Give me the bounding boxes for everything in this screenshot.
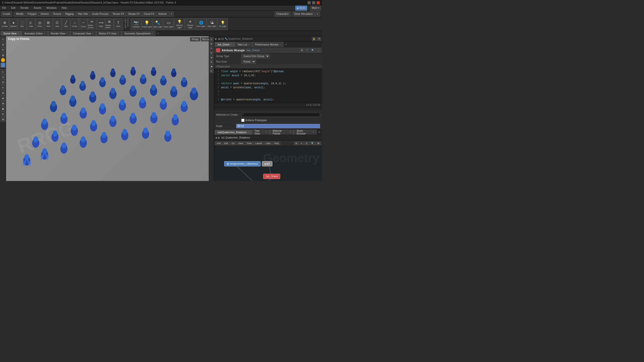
sidebar-transform[interactable]: ⊕ bbox=[1, 42, 6, 47]
light-sky[interactable]: 🌤Sky Light bbox=[207, 18, 217, 30]
node-labs[interactable]: Labs bbox=[264, 142, 272, 145]
angle-input[interactable] bbox=[236, 124, 320, 128]
sidebar-btn7[interactable]: ⊕ bbox=[1, 101, 6, 106]
tool-sphere[interactable]: ● Sphere bbox=[9, 18, 18, 30]
node-fit[interactable]: ⊠ bbox=[316, 142, 321, 145]
texture-shelf[interactable]: Texture bbox=[51, 12, 63, 17]
node-view-toggle[interactable]: ⊞ bbox=[294, 142, 299, 145]
close-perf-monitor[interactable]: × bbox=[279, 43, 281, 46]
attrs-to-create-input[interactable] bbox=[241, 113, 320, 117]
vp-side-6[interactable]: ⊕ bbox=[210, 60, 214, 64]
node-view[interactable]: View bbox=[237, 142, 245, 145]
menu-help[interactable]: Help bbox=[61, 6, 68, 10]
characters-tab[interactable]: Characters bbox=[274, 12, 290, 17]
hairutils-shelf[interactable]: Hair Utils bbox=[76, 12, 90, 17]
add-shelf[interactable]: + bbox=[169, 12, 174, 17]
deform-shelf[interactable]: Deform bbox=[39, 12, 51, 17]
tool-path[interactable]: ⟿ Path bbox=[97, 18, 105, 30]
node-layout[interactable]: Layout bbox=[254, 142, 264, 145]
tab-asset-browser[interactable]: Asset Browser × bbox=[294, 130, 317, 135]
maximize-button[interactable]: □ bbox=[312, 1, 315, 5]
close-set-orient[interactable]: × bbox=[230, 43, 232, 46]
tool-line[interactable]: ╱ Line bbox=[62, 18, 70, 30]
light-distant[interactable]: ☀Distant Light bbox=[185, 18, 195, 30]
tab-set-orient[interactable]: Set_Orient × bbox=[215, 42, 234, 47]
tool-drawcurve[interactable]: ✏ Draw Curve bbox=[88, 18, 96, 30]
close-take-list[interactable]: × bbox=[248, 43, 250, 46]
build-button[interactable]: ▶ Build bbox=[295, 6, 307, 11]
sidebar-btn10[interactable]: ⊞ bbox=[1, 117, 6, 122]
node-help[interactable]: Help bbox=[272, 142, 280, 145]
tool-grid[interactable]: ⊞ Grid bbox=[44, 18, 53, 30]
close-anim-editor[interactable]: × bbox=[44, 32, 45, 35]
rigging-shelf[interactable]: Rigging bbox=[63, 12, 75, 17]
run-over-select[interactable]: Points bbox=[241, 60, 256, 64]
group-type-select[interactable]: Guess from Group bbox=[241, 54, 270, 58]
node-grid2[interactable]: grid2 bbox=[262, 161, 272, 166]
light-camera[interactable]: 📷Camera bbox=[131, 18, 141, 30]
light-area[interactable]: ▭Area Light bbox=[163, 18, 174, 30]
vp-side-2[interactable]: ⊞ bbox=[210, 42, 214, 46]
tool-box[interactable]: ⬛ Box bbox=[18, 18, 26, 30]
vp-side-3[interactable]: ≡ bbox=[210, 46, 214, 50]
tool-spray[interactable]: ⊛ Spray Paint bbox=[105, 18, 114, 30]
sidebar-btn4[interactable]: ≡ bbox=[1, 85, 6, 90]
light-env[interactable]: 🌐Env Light bbox=[196, 18, 206, 30]
tab-composite-view[interactable]: Composite View × bbox=[70, 31, 96, 36]
tab-render-view[interactable]: Render View × bbox=[48, 31, 70, 36]
terrainfx-shelf[interactable]: Terrain FX bbox=[111, 12, 126, 17]
tool-font[interactable]: T Font bbox=[114, 18, 123, 30]
menu-assets[interactable]: Assets bbox=[33, 6, 42, 10]
tab-animation-editor[interactable]: Animation Editor × bbox=[22, 31, 48, 36]
node-go[interactable]: Go bbox=[230, 142, 236, 145]
tab-scene-view[interactable]: Scene View × bbox=[1, 31, 22, 36]
node-setorient[interactable]: Set_Orient bbox=[263, 174, 280, 179]
minimize-button[interactable]: – bbox=[307, 1, 311, 5]
sidebar-active[interactable]: ⊙ bbox=[1, 58, 5, 62]
cloudfx-shelf[interactable]: Cloud FX bbox=[142, 12, 156, 17]
menu-render[interactable]: Render bbox=[19, 6, 30, 10]
node-tools[interactable]: Tools bbox=[245, 142, 253, 145]
close-button[interactable]: × bbox=[316, 1, 320, 5]
tab-geometry-spreadsheet[interactable]: Geometry Spreadsheet × bbox=[122, 31, 155, 36]
sidebar-btn9[interactable]: ⊏ bbox=[1, 111, 6, 116]
sidebar-scale[interactable]: ⊞ bbox=[1, 53, 6, 58]
add-tab-button[interactable]: + bbox=[155, 31, 160, 36]
close-scene-view[interactable]: × bbox=[18, 32, 19, 35]
tab-tree-view[interactable]: Tree View × bbox=[252, 130, 270, 135]
close-asset-browser[interactable]: × bbox=[313, 131, 314, 133]
tab-material-palette[interactable]: Material Palette × bbox=[270, 130, 294, 135]
node-nav-back[interactable]: ◀ bbox=[215, 136, 217, 139]
modify-shelf[interactable]: Modify bbox=[14, 12, 25, 17]
light-point[interactable]: 💡Point Light bbox=[142, 18, 152, 30]
sidebar-btn8[interactable]: ◆ bbox=[1, 106, 6, 111]
vp-side-8[interactable]: ⊏ bbox=[210, 69, 214, 73]
tab-take-list[interactable]: Take List × bbox=[234, 42, 252, 47]
light-gi[interactable]: 💡GI Light bbox=[217, 18, 228, 30]
add-rpanel-tab[interactable]: + bbox=[284, 42, 288, 47]
code-scrollbar[interactable] bbox=[214, 107, 322, 112]
simplefx-shelf[interactable]: Simple FX bbox=[126, 12, 141, 17]
drivesimulation-tab[interactable]: Drive Simulation bbox=[293, 12, 314, 17]
attr-help[interactable]: ? bbox=[305, 49, 309, 52]
close-node-tab[interactable]: × bbox=[248, 131, 249, 133]
attr-search[interactable]: 🔍 bbox=[310, 49, 315, 52]
volume-shelf[interactable]: Volume bbox=[156, 12, 168, 17]
node-search[interactable]: 🔍 bbox=[310, 142, 315, 145]
main-dropdown[interactable]: Main ▾ bbox=[310, 6, 321, 11]
close-motion-fx[interactable]: × bbox=[117, 32, 119, 35]
node-view-grid[interactable]: ⊡ bbox=[304, 142, 309, 145]
close-composite-view[interactable]: × bbox=[92, 32, 93, 35]
sidebar-btn5[interactable]: ⊛ bbox=[1, 90, 6, 95]
tool-null[interactable]: ∅ Null bbox=[53, 18, 61, 30]
code-editor[interactable]: 1 float angle = radians(chf("Angle")*@pt… bbox=[214, 69, 322, 103]
sidebar-material[interactable]: □ bbox=[1, 63, 6, 68]
create-shelf[interactable]: Create bbox=[1, 12, 12, 17]
close-render-view[interactable]: × bbox=[66, 32, 67, 35]
polygon-shelf[interactable]: Polygon bbox=[26, 12, 38, 17]
tool-circle[interactable]: ○ Circle bbox=[70, 18, 79, 30]
tab-motion-fx[interactable]: Motion FX View × bbox=[96, 31, 122, 36]
sidebar-btn6[interactable]: ◈ bbox=[1, 96, 6, 101]
node-view-list[interactable]: ≡ bbox=[299, 142, 304, 145]
menu-file[interactable]: File bbox=[1, 6, 7, 10]
